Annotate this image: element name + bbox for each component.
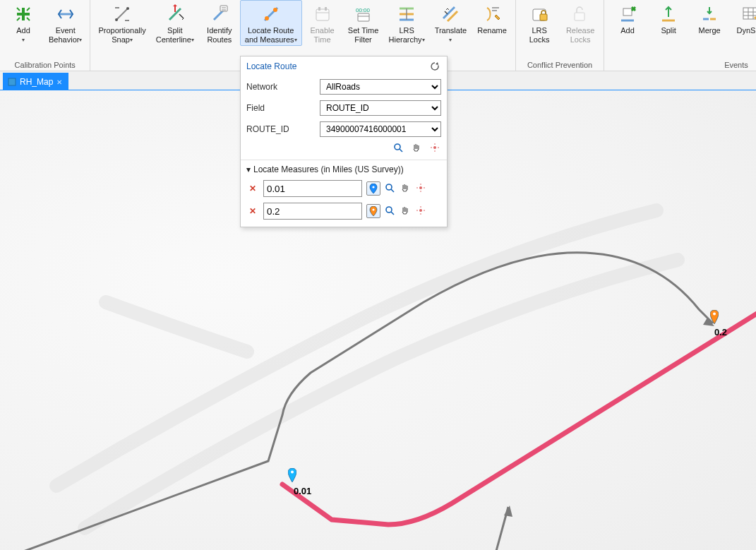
lrs-hierarchy-button[interactable]: LRSHierarchy▾: [384, 0, 430, 46]
add-cp-button[interactable]: Add▾: [3, 0, 44, 46]
flash-icon[interactable]: [414, 181, 427, 194]
prop-snap-button[interactable]: ProportionallySnap▾: [93, 0, 150, 46]
map-icon: [8, 78, 16, 86]
release-locks-icon: [570, 4, 591, 25]
enable-time-icon: [312, 4, 333, 25]
button-label: Translate▾: [435, 26, 467, 45]
add-event-button[interactable]: Add: [607, 0, 648, 36]
remove-measure-button[interactable]: ✕: [246, 184, 259, 193]
network-select[interactable]: AllRoads: [320, 79, 441, 95]
map-pin-icon: [710, 310, 719, 324]
measure-input[interactable]: [263, 180, 362, 197]
pin-tool-icon[interactable]: [366, 181, 380, 196]
svg-rect-2: [220, 6, 227, 11]
measure-input[interactable]: [263, 203, 362, 220]
svg-rect-16: [8, 78, 16, 85]
button-label: Split: [661, 26, 676, 35]
svg-point-34: [372, 208, 374, 210]
svg-point-35: [386, 207, 392, 213]
lrs-hierarchy-icon: [396, 4, 417, 25]
refresh-icon[interactable]: [428, 60, 441, 73]
route-highlight: [282, 306, 756, 525]
field-label: Field: [246, 103, 314, 113]
button-label: Rename: [477, 26, 507, 35]
route-tools: [241, 140, 447, 158]
road-grey-spur: [487, 507, 508, 550]
button-label: DynSeg: [737, 26, 757, 35]
routeid-select[interactable]: 34900007416000001: [320, 121, 441, 137]
button-label: LRSLocks: [529, 26, 550, 44]
translate-button[interactable]: Translate▾: [430, 0, 472, 46]
lrs-locks-icon: [529, 4, 550, 25]
event-behavior-button[interactable]: EventBehavior▾: [44, 0, 87, 46]
locate-route-button[interactable]: Locate Routeand Measures▾: [240, 0, 302, 46]
measure-row: ✕: [241, 177, 447, 200]
button-label: ReleaseLocks: [566, 26, 594, 44]
svg-rect-11: [540, 14, 547, 20]
button-label: Set TimeFilter: [348, 26, 378, 44]
pin-tool-icon[interactable]: [366, 204, 380, 218]
ribbon-group: AddSplitMergeDynSegReplaceConfigureRepla…: [604, 0, 756, 71]
svg-line-36: [391, 212, 394, 215]
button-label: LRSHierarchy▾: [389, 26, 425, 45]
plus-green-icon: [13, 4, 34, 25]
zoom-icon[interactable]: [383, 204, 396, 217]
ribbon-group-title: Calibration Points: [3, 60, 87, 71]
tab-rh-map[interactable]: RH_Map✕: [3, 73, 68, 90]
svg-point-29: [419, 186, 422, 189]
svg-rect-6: [318, 7, 320, 11]
identify-routes-button[interactable]: IdentifyRoutes: [199, 0, 240, 45]
dynseg-icon: [740, 4, 756, 25]
rename-button[interactable]: Rename: [472, 0, 512, 36]
rename-icon: [481, 4, 503, 25]
split-centerline-icon: [164, 4, 186, 25]
close-icon[interactable]: ✕: [56, 78, 62, 86]
button-label: Add▾: [16, 26, 30, 45]
svg-rect-5: [316, 9, 329, 20]
pan-icon[interactable]: [399, 181, 412, 194]
split-centerline-button[interactable]: SplitCenterline▾: [151, 0, 199, 46]
locate-route-icon: [260, 4, 282, 25]
svg-point-27: [386, 184, 392, 190]
svg-point-19: [395, 144, 400, 150]
split-event-icon: [658, 4, 679, 25]
svg-rect-12: [575, 13, 584, 20]
svg-rect-14: [743, 8, 756, 19]
measures-section-header[interactable]: ▾ Locate Measures (in Miles (US Survey)): [241, 163, 447, 177]
remove-measure-button[interactable]: ✕: [246, 206, 259, 216]
flash-icon[interactable]: [414, 204, 427, 217]
pan-icon[interactable]: [399, 204, 412, 217]
map-pin-icon: [288, 468, 296, 482]
svg-point-21: [433, 146, 436, 149]
measure-label: 0.2: [714, 327, 727, 337]
svg-text:00:00: 00:00: [356, 7, 371, 13]
field-select[interactable]: ROUTE_ID: [320, 100, 441, 116]
event-behavior-icon: [55, 4, 76, 25]
measure-label: 0.01: [294, 486, 311, 496]
dynseg-button[interactable]: DynSeg: [730, 0, 756, 36]
button-label: IdentifyRoutes: [207, 26, 232, 44]
ribbon-group: Add▾EventBehavior▾Calibration Points: [0, 0, 90, 71]
split-event-button[interactable]: Split: [648, 0, 689, 36]
button-label: EventBehavior▾: [49, 26, 82, 45]
chevron-down-icon: ▾: [246, 165, 251, 174]
button-label: Add: [620, 26, 635, 35]
pane-title: Locate Route: [246, 61, 296, 71]
merge-event-icon: [699, 4, 720, 25]
measure-row: ✕: [241, 200, 447, 222]
svg-point-26: [372, 186, 374, 188]
svg-point-0: [115, 18, 118, 21]
ribbon-group: LRSLocksReleaseLocksConflict Prevention: [516, 0, 604, 71]
lrs-locks-button[interactable]: LRSLocks: [519, 0, 560, 45]
zoom-icon[interactable]: [383, 181, 396, 194]
set-time-filter-button[interactable]: 00:00Set TimeFilter: [343, 0, 384, 45]
ribbon-group-title: Conflict Prevention: [519, 60, 601, 71]
svg-point-37: [419, 209, 422, 212]
pan-icon[interactable]: [410, 141, 423, 154]
tab-label: RH_Map: [20, 77, 53, 87]
flash-icon[interactable]: [428, 141, 441, 154]
merge-event-button[interactable]: Merge: [689, 0, 730, 36]
svg-point-18: [713, 313, 716, 316]
zoom-icon[interactable]: [392, 141, 404, 154]
svg-rect-9: [358, 13, 369, 21]
